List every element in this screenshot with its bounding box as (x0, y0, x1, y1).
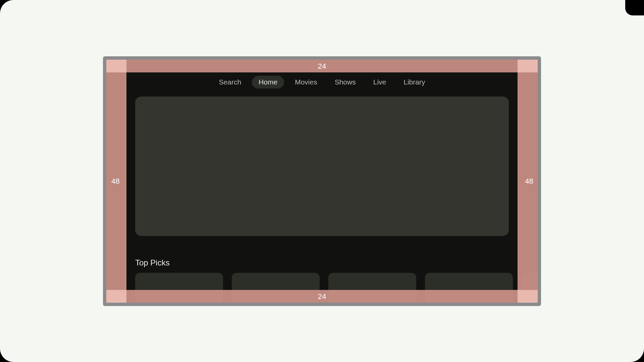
content-card[interactable] (135, 273, 223, 303)
nav-tab-home[interactable]: Home (252, 76, 284, 88)
content-card[interactable] (522, 273, 538, 303)
nav-tab-search[interactable]: Search (212, 76, 248, 88)
tv-screen: Search Home Movies Shows Live Library To… (106, 60, 538, 303)
nav-tab-library[interactable]: Library (397, 76, 432, 88)
section-title-top-picks: Top Picks (135, 258, 170, 267)
hero-card[interactable] (135, 97, 509, 236)
nav-tab-live[interactable]: Live (367, 76, 393, 88)
content-card[interactable] (328, 273, 416, 303)
tv-device-frame: Search Home Movies Shows Live Library To… (103, 56, 541, 306)
top-nav: Search Home Movies Shows Live Library (106, 76, 538, 88)
nav-tab-shows[interactable]: Shows (328, 76, 363, 88)
nav-tab-movies[interactable]: Movies (288, 76, 324, 88)
content-card[interactable] (425, 273, 513, 303)
top-picks-row (135, 273, 538, 303)
corner-notch (625, 0, 644, 15)
content-card[interactable] (232, 273, 320, 303)
